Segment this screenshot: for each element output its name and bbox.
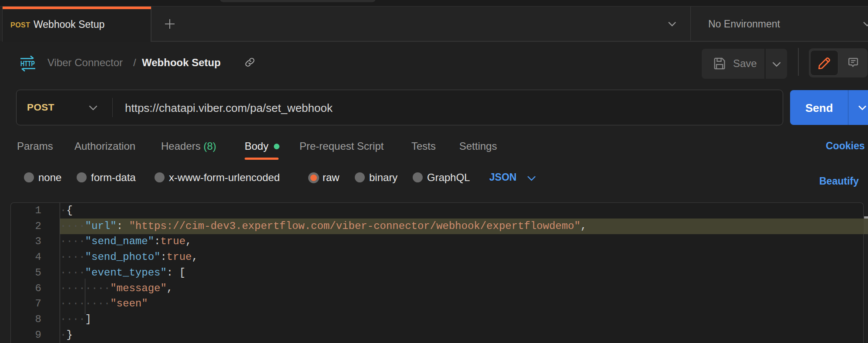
svg-text:HTTP: HTTP: [20, 60, 35, 67]
